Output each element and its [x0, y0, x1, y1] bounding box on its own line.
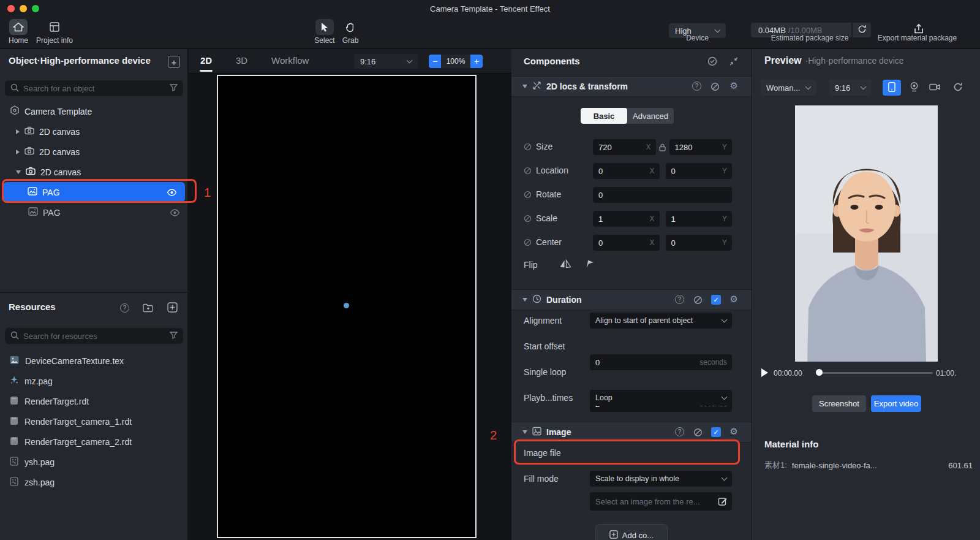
add-component-button[interactable]: Add co...	[595, 524, 668, 540]
tab-2d[interactable]: 2D	[200, 55, 212, 66]
start-offset-input[interactable]	[590, 358, 732, 367]
project-info-button[interactable]: Project info	[33, 19, 76, 45]
visibility-eye-icon[interactable]	[167, 189, 177, 196]
location-x-input[interactable]	[593, 167, 660, 176]
chevron-right-icon[interactable]	[16, 129, 20, 134]
center-y-input[interactable]	[666, 238, 733, 248]
tab-advanced[interactable]: Advanced	[627, 108, 674, 124]
filter-icon[interactable]	[170, 331, 178, 341]
chevron-down-icon[interactable]	[522, 430, 527, 434]
tab-workflow[interactable]: Workflow	[271, 55, 309, 66]
resources-search-input[interactable]	[23, 332, 165, 341]
object-anchor-dot[interactable]	[344, 303, 349, 308]
preview-device-phone-button[interactable]	[883, 80, 901, 96]
transform-reset-icon[interactable]	[710, 82, 720, 91]
resource-item[interactable]: RenderTarget.rdt	[0, 391, 188, 411]
flip-vertical-icon[interactable]	[585, 259, 595, 270]
start-offset-field[interactable]: seconds	[590, 354, 732, 370]
tree-item-pag-2[interactable]: PAG	[0, 202, 188, 222]
preview-camcorder-button[interactable]	[925, 80, 944, 96]
timeline-slider[interactable]	[821, 372, 933, 374]
collapse-panel-icon[interactable]	[729, 57, 738, 66]
size-x-field[interactable]: X	[593, 139, 656, 155]
preview-model-dropdown[interactable]: Woman...	[760, 80, 816, 96]
chevron-right-icon[interactable]	[16, 150, 20, 154]
add-object-button[interactable]: +	[168, 56, 180, 68]
screenshot-button[interactable]: Screenshot	[812, 395, 866, 412]
resources-search[interactable]	[5, 328, 183, 344]
tree-item-pag-selected[interactable]: PAG	[3, 182, 185, 202]
location-label: Location	[524, 165, 568, 175]
location-y-input[interactable]	[666, 167, 733, 176]
lock-ratio-icon[interactable]	[656, 143, 669, 151]
image-file-field[interactable]	[590, 492, 732, 511]
tree-item-2d-canvas-2[interactable]: 2D canvas	[0, 142, 188, 162]
object-search[interactable]	[5, 80, 183, 96]
timeline-slider-knob[interactable]	[816, 369, 823, 376]
location-y-field[interactable]: Y	[666, 163, 733, 179]
size-y-input[interactable]	[669, 143, 733, 152]
duration-help-icon[interactable]: ?	[675, 295, 684, 304]
resource-item[interactable]: RenderTarget_camera_1.rdt	[0, 411, 188, 432]
single-loop-label: Single loop	[524, 367, 566, 377]
export-video-button[interactable]: Export video	[871, 395, 921, 412]
center-y-field[interactable]: Y	[666, 235, 733, 251]
image-enabled-checkbox[interactable]: ✓	[711, 427, 721, 437]
select-tool-button[interactable]: Select	[311, 19, 338, 45]
image-help-icon[interactable]: ?	[675, 427, 684, 436]
flip-horizontal-icon[interactable]	[559, 259, 571, 270]
chevron-down-icon[interactable]	[16, 170, 21, 174]
resource-item[interactable]: ysh.pag	[0, 452, 188, 472]
resources-help-icon[interactable]: ?	[120, 303, 129, 313]
folder-add-icon[interactable]	[143, 303, 154, 314]
rotate-field[interactable]	[593, 187, 732, 203]
duration-settings-gear-icon[interactable]: ⚙	[730, 294, 738, 303]
zoom-in-button[interactable]: +	[470, 55, 483, 68]
alignment-dropdown[interactable]: Align to start of parent object	[590, 313, 732, 329]
fill-mode-dropdown[interactable]: Scale to display in whole	[590, 471, 732, 487]
pick-image-edit-icon[interactable]	[718, 496, 728, 506]
location-x-field[interactable]: X	[593, 163, 660, 179]
add-resource-icon[interactable]	[167, 302, 178, 314]
center-x-field[interactable]: X	[593, 235, 660, 251]
tree-item-2d-canvas-3[interactable]: 2D canvas	[0, 162, 188, 182]
preview-aspect-dropdown[interactable]: 9:16	[829, 80, 872, 96]
play-button[interactable]	[761, 368, 768, 377]
scale-x-field[interactable]: X	[593, 211, 660, 227]
scale-y-field[interactable]: Y	[666, 211, 733, 227]
scale-x-input[interactable]	[593, 215, 660, 224]
image-reset-icon[interactable]	[693, 428, 703, 437]
check-circle-icon[interactable]	[707, 56, 717, 66]
duration-enabled-checkbox[interactable]: ✓	[711, 295, 721, 305]
grab-tool-button[interactable]: Grab	[338, 19, 363, 45]
object-search-input[interactable]	[23, 84, 165, 93]
center-x-input[interactable]	[593, 238, 660, 248]
filter-icon[interactable]	[170, 83, 178, 93]
tree-item-2d-canvas-1[interactable]: 2D canvas	[0, 121, 188, 142]
tab-3d[interactable]: 3D	[236, 55, 247, 66]
image-settings-gear-icon[interactable]: ⚙	[730, 427, 738, 436]
transform-help-icon[interactable]: ?	[692, 82, 701, 91]
resource-item[interactable]: mz.pag	[0, 371, 188, 391]
preview-refresh-button[interactable]	[949, 80, 967, 96]
playback-times-dropdown[interactable]: Loop	[590, 390, 732, 406]
tree-item-camera-template[interactable]: Camera Template	[0, 101, 188, 121]
chevron-down-icon[interactable]	[522, 85, 527, 88]
transform-settings-gear-icon[interactable]: ⚙	[730, 81, 738, 90]
resource-item[interactable]: zsh.pag	[0, 472, 188, 492]
preview-webcam-button[interactable]	[905, 80, 923, 96]
home-button[interactable]: Home	[4, 19, 32, 45]
image-file-input[interactable]	[590, 497, 732, 506]
rotate-input[interactable]	[593, 191, 732, 200]
visibility-eye-icon[interactable]	[170, 209, 180, 216]
duration-reset-icon[interactable]	[693, 295, 703, 305]
aspect-ratio-dropdown[interactable]: 9:16	[354, 54, 418, 69]
size-x-input[interactable]	[593, 143, 656, 152]
resource-item[interactable]: RenderTarget_camera_2.rdt	[0, 432, 188, 452]
resource-item[interactable]: DeviceCameraTexture.tex	[0, 351, 188, 371]
scale-y-input[interactable]	[666, 215, 733, 224]
chevron-down-icon[interactable]	[522, 298, 527, 302]
zoom-out-button[interactable]: −	[429, 55, 441, 68]
size-y-field[interactable]: Y	[669, 139, 733, 155]
tab-basic[interactable]: Basic	[581, 108, 627, 124]
